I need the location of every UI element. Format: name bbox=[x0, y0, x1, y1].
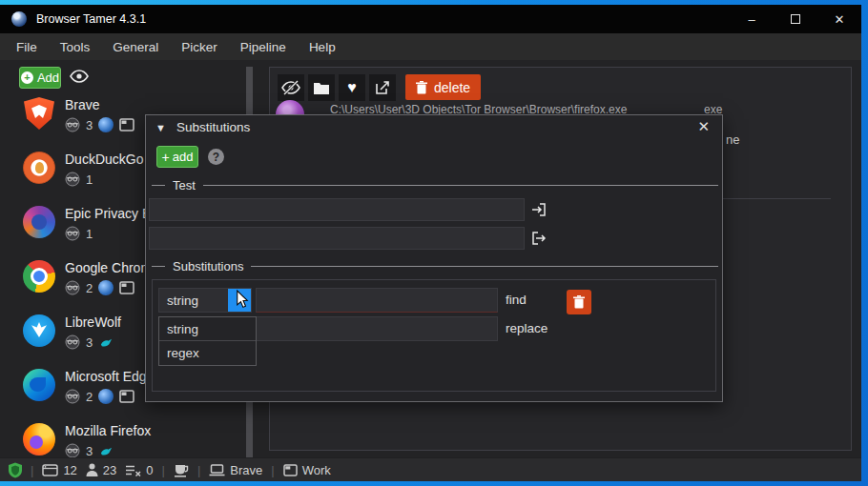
substitutions-section-header: Substitutions bbox=[152, 259, 718, 273]
brave-icon bbox=[23, 97, 55, 130]
replace-label: replace bbox=[506, 321, 548, 335]
menubar: File Tools General Picker Pipeline Help bbox=[0, 33, 861, 60]
edit-button[interactable] bbox=[369, 74, 396, 101]
dialog-title: Substitutions bbox=[176, 120, 250, 134]
delete-browser-button[interactable]: delete bbox=[405, 74, 481, 100]
librewolf-icon bbox=[23, 314, 55, 347]
menu-general[interactable]: General bbox=[101, 40, 170, 54]
incognito-count-icon bbox=[65, 443, 80, 458]
menu-file[interactable]: File bbox=[0, 40, 49, 54]
profile-globe-icon bbox=[98, 117, 114, 132]
statusbar: | 12 23 0 | | Brave | Work bbox=[0, 457, 861, 481]
maximize-button[interactable] bbox=[774, 5, 817, 33]
minimize-button[interactable]: – bbox=[730, 5, 774, 33]
help-icon[interactable]: ? bbox=[208, 149, 224, 165]
dialog-close-button[interactable]: ✕ bbox=[697, 118, 710, 135]
epic-icon bbox=[23, 206, 55, 238]
window-title: Browser Tamer 4.3.1 bbox=[36, 12, 146, 26]
window-controls: – ✕ bbox=[730, 5, 861, 33]
trash-icon bbox=[573, 295, 585, 309]
incognito-count-icon bbox=[65, 226, 80, 241]
rules-icon bbox=[125, 464, 141, 476]
browser-meta: 3 bbox=[65, 117, 134, 132]
plus-icon: + bbox=[162, 150, 170, 165]
open-count: 3 bbox=[86, 335, 93, 350]
profile-window-icon bbox=[283, 464, 298, 476]
browser-name: DuckDuckGo bbox=[65, 152, 143, 167]
open-count: 3 bbox=[86, 118, 93, 132]
browser-name: Mozilla Firefox bbox=[65, 423, 151, 438]
hide-button[interactable] bbox=[278, 74, 304, 101]
coffee-cup-icon[interactable] bbox=[174, 463, 189, 477]
test-section-label: Test bbox=[173, 178, 196, 192]
test-section-header: Test bbox=[152, 178, 718, 192]
text-fragment: ne bbox=[726, 132, 739, 147]
substitutions-dialog: ▼ Substitutions ✕ + add ? Test bbox=[145, 114, 723, 402]
test-input-field[interactable] bbox=[149, 198, 525, 221]
firefox-icon bbox=[23, 423, 55, 456]
new-window-icon bbox=[119, 118, 134, 132]
favorite-button[interactable]: ♥ bbox=[339, 74, 365, 101]
windows-count-group: 12 bbox=[42, 463, 76, 477]
menu-picker[interactable]: Picker bbox=[170, 40, 229, 54]
rules-count: 0 bbox=[146, 463, 153, 477]
heart-icon: ♥ bbox=[347, 79, 357, 96]
type-select-value: string bbox=[167, 294, 198, 308]
shield-icon bbox=[9, 462, 22, 478]
input-arrow-icon bbox=[531, 202, 547, 221]
collapse-icon[interactable]: ▼ bbox=[155, 122, 166, 133]
profiles-count: 23 bbox=[103, 463, 116, 477]
laptop-icon bbox=[209, 464, 225, 476]
windows-count: 12 bbox=[63, 463, 76, 477]
incognito-count-icon bbox=[65, 389, 80, 404]
delete-substitution-button[interactable] bbox=[567, 290, 591, 314]
profile-bird-icon bbox=[98, 444, 114, 458]
app-icon bbox=[11, 11, 27, 27]
browser-meta: 1 bbox=[65, 172, 93, 187]
show-hidden-eye-icon[interactable] bbox=[70, 70, 89, 87]
separator: | bbox=[271, 463, 274, 477]
titlebar[interactable]: Browser Tamer 4.3.1 – ✕ bbox=[0, 5, 861, 33]
active-profile-group[interactable]: Work bbox=[283, 463, 331, 477]
dropdown-option-string[interactable]: string bbox=[159, 317, 256, 341]
person-icon bbox=[86, 463, 98, 476]
find-input[interactable] bbox=[256, 288, 498, 313]
find-label: find bbox=[506, 293, 527, 307]
open-count: 3 bbox=[86, 444, 93, 458]
edit-icon bbox=[375, 80, 390, 95]
separator: | bbox=[31, 463, 33, 477]
active-browser-group[interactable]: Brave bbox=[209, 463, 262, 477]
folder-icon bbox=[313, 81, 330, 95]
desktop: Browser Tamer 4.3.1 – ✕ File Tools Gener… bbox=[0, 0, 868, 486]
menu-help[interactable]: Help bbox=[298, 40, 347, 54]
new-window-icon bbox=[119, 390, 134, 403]
maximize-icon bbox=[791, 14, 800, 24]
replace-input[interactable] bbox=[256, 316, 498, 341]
active-profile-label: Work bbox=[302, 463, 331, 477]
browser-meta: 2 bbox=[65, 389, 134, 404]
menu-pipeline[interactable]: Pipeline bbox=[229, 40, 298, 54]
mouse-cursor bbox=[236, 290, 249, 313]
output-arrow-icon bbox=[531, 231, 547, 250]
type-dropdown-list: string regex bbox=[158, 316, 257, 366]
folder-button[interactable] bbox=[308, 74, 335, 101]
incognito-count-icon bbox=[65, 117, 80, 132]
add-browser-button[interactable]: + Add bbox=[19, 67, 61, 89]
trash-icon bbox=[416, 81, 427, 94]
incognito-count-icon bbox=[65, 172, 80, 187]
add-substitution-button[interactable]: + add bbox=[156, 146, 198, 168]
close-button[interactable]: ✕ bbox=[817, 5, 861, 33]
add-browser-label: Add bbox=[37, 71, 59, 85]
open-count: 1 bbox=[86, 227, 93, 241]
open-count: 2 bbox=[86, 390, 93, 404]
profiles-count-group: 23 bbox=[86, 463, 116, 477]
duckduckgo-icon bbox=[23, 152, 55, 184]
dropdown-option-regex[interactable]: regex bbox=[159, 341, 256, 365]
browser-window-icon bbox=[42, 464, 58, 476]
profile-globe-icon bbox=[98, 280, 114, 295]
browser-meta: 3 bbox=[65, 334, 114, 350]
test-output-field[interactable] bbox=[149, 227, 525, 250]
incognito-count-icon bbox=[65, 280, 80, 295]
menu-tools[interactable]: Tools bbox=[49, 40, 102, 54]
open-count: 2 bbox=[86, 281, 93, 295]
